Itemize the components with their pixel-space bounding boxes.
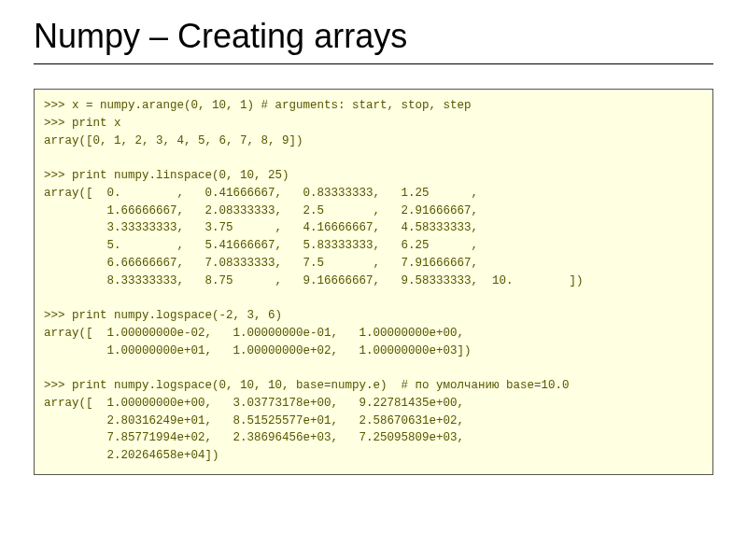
title-divider	[34, 63, 713, 64]
code-block: >>> x = numpy.arange(0, 10, 1) # argumen…	[34, 89, 713, 475]
slide: Numpy – Creating arrays >>> x = numpy.ar…	[0, 0, 747, 560]
slide-title: Numpy – Creating arrays	[34, 17, 713, 56]
